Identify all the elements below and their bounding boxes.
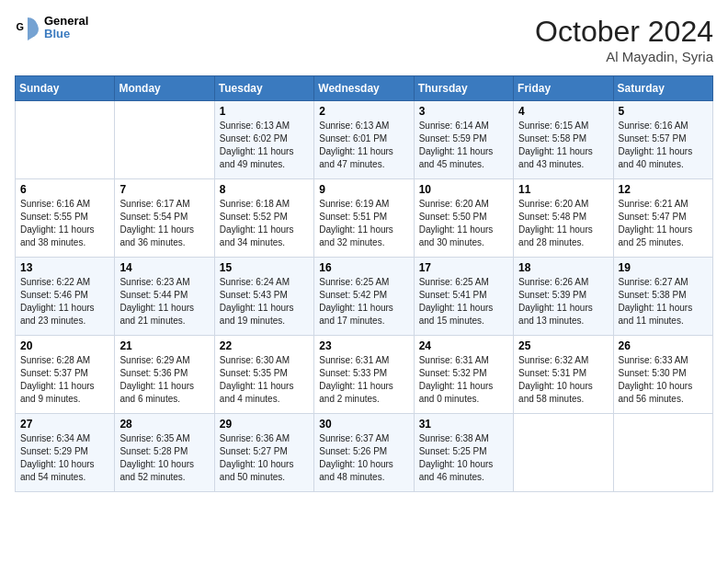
day-info: Sunrise: 6:32 AM Sunset: 5:31 PM Dayligh… (518, 354, 608, 406)
day-number: 16 (319, 261, 408, 274)
col-header-sunday: Sunday (16, 76, 115, 101)
calendar-cell: 22Sunrise: 6:30 AM Sunset: 5:35 PM Dayli… (214, 336, 313, 414)
day-number: 5 (619, 105, 708, 118)
day-number: 30 (319, 418, 408, 431)
calendar-cell: 15Sunrise: 6:24 AM Sunset: 5:43 PM Dayli… (214, 258, 313, 336)
day-info: Sunrise: 6:25 AM Sunset: 5:42 PM Dayligh… (319, 276, 408, 327)
day-info: Sunrise: 6:37 AM Sunset: 5:26 PM Dayligh… (319, 432, 408, 484)
day-number: 10 (419, 183, 508, 196)
day-info: Sunrise: 6:25 AM Sunset: 5:41 PM Dayligh… (419, 276, 508, 327)
calendar-cell: 8Sunrise: 6:18 AM Sunset: 5:52 PM Daylig… (214, 179, 313, 258)
calendar-cell: 28Sunrise: 6:35 AM Sunset: 5:28 PM Dayli… (115, 414, 214, 492)
col-header-monday: Monday (115, 76, 214, 101)
calendar-cell: 24Sunrise: 6:31 AM Sunset: 5:32 PM Dayli… (414, 336, 513, 414)
calendar-week-row: 6Sunrise: 6:16 AM Sunset: 5:55 PM Daylig… (16, 179, 713, 258)
calendar-week-row: 1Sunrise: 6:13 AM Sunset: 6:02 PM Daylig… (16, 101, 713, 179)
calendar-cell: 26Sunrise: 6:33 AM Sunset: 5:30 PM Dayli… (613, 336, 712, 414)
day-number: 19 (619, 261, 708, 274)
day-info: Sunrise: 6:13 AM Sunset: 6:02 PM Dayligh… (220, 120, 309, 171)
day-info: Sunrise: 6:24 AM Sunset: 5:43 PM Dayligh… (220, 276, 309, 327)
calendar-cell: 12Sunrise: 6:21 AM Sunset: 5:47 PM Dayli… (613, 179, 712, 258)
calendar-cell: 27Sunrise: 6:34 AM Sunset: 5:29 PM Dayli… (16, 414, 115, 492)
day-info: Sunrise: 6:36 AM Sunset: 5:27 PM Dayligh… (220, 432, 309, 484)
day-number: 24 (419, 339, 508, 352)
month-title: October 2024 (535, 15, 713, 49)
day-number: 11 (518, 183, 608, 196)
day-info: Sunrise: 6:33 AM Sunset: 5:30 PM Dayligh… (619, 354, 708, 406)
day-number: 20 (20, 339, 109, 352)
day-info: Sunrise: 6:20 AM Sunset: 5:50 PM Dayligh… (419, 198, 508, 249)
day-number: 25 (518, 339, 608, 352)
col-header-thursday: Thursday (414, 76, 513, 101)
calendar-cell: 17Sunrise: 6:25 AM Sunset: 5:41 PM Dayli… (414, 258, 513, 336)
day-info: Sunrise: 6:21 AM Sunset: 5:47 PM Dayligh… (619, 198, 708, 249)
logo-text: General Blue (44, 15, 88, 41)
day-info: Sunrise: 6:29 AM Sunset: 5:36 PM Dayligh… (119, 354, 209, 406)
day-number: 21 (119, 339, 209, 352)
col-header-saturday: Saturday (613, 76, 712, 101)
day-number: 14 (119, 261, 209, 274)
day-number: 23 (319, 339, 408, 352)
calendar-cell: 10Sunrise: 6:20 AM Sunset: 5:50 PM Dayli… (414, 179, 513, 258)
calendar-header-row: SundayMondayTuesdayWednesdayThursdayFrid… (16, 76, 713, 101)
day-number: 17 (419, 261, 508, 274)
calendar-cell: 13Sunrise: 6:22 AM Sunset: 5:46 PM Dayli… (16, 258, 115, 336)
day-number: 22 (220, 339, 309, 352)
day-number: 29 (220, 418, 309, 431)
day-info: Sunrise: 6:30 AM Sunset: 5:35 PM Dayligh… (220, 354, 309, 406)
day-info: Sunrise: 6:38 AM Sunset: 5:25 PM Dayligh… (419, 432, 508, 484)
calendar-cell: 5Sunrise: 6:16 AM Sunset: 5:57 PM Daylig… (613, 101, 712, 179)
calendar-cell: 14Sunrise: 6:23 AM Sunset: 5:44 PM Dayli… (115, 258, 214, 336)
calendar-cell: 21Sunrise: 6:29 AM Sunset: 5:36 PM Dayli… (115, 336, 214, 414)
day-info: Sunrise: 6:31 AM Sunset: 5:32 PM Dayligh… (419, 354, 508, 406)
logo-icon: G (15, 15, 40, 40)
day-number: 9 (319, 183, 408, 196)
day-number: 31 (419, 418, 508, 431)
day-info: Sunrise: 6:19 AM Sunset: 5:51 PM Dayligh… (319, 198, 408, 249)
svg-text:G: G (17, 21, 24, 32)
day-info: Sunrise: 6:16 AM Sunset: 5:57 PM Dayligh… (619, 120, 708, 171)
day-info: Sunrise: 6:16 AM Sunset: 5:55 PM Dayligh… (20, 198, 109, 249)
calendar-cell (115, 101, 214, 179)
calendar-cell: 9Sunrise: 6:19 AM Sunset: 5:51 PM Daylig… (314, 179, 414, 258)
day-info: Sunrise: 6:26 AM Sunset: 5:39 PM Dayligh… (518, 276, 608, 327)
day-number: 15 (220, 261, 309, 274)
calendar-table: SundayMondayTuesdayWednesdayThursdayFrid… (15, 75, 713, 492)
calendar-cell: 31Sunrise: 6:38 AM Sunset: 5:25 PM Dayli… (414, 414, 513, 492)
day-number: 6 (20, 183, 109, 196)
day-number: 27 (20, 418, 109, 431)
calendar-cell: 19Sunrise: 6:27 AM Sunset: 5:38 PM Dayli… (613, 258, 712, 336)
col-header-wednesday: Wednesday (314, 76, 414, 101)
day-info: Sunrise: 6:13 AM Sunset: 6:01 PM Dayligh… (319, 120, 408, 171)
day-number: 26 (619, 339, 708, 352)
logo: G General Blue (15, 15, 88, 41)
day-number: 13 (20, 261, 109, 274)
day-number: 3 (419, 105, 508, 118)
calendar-cell: 11Sunrise: 6:20 AM Sunset: 5:48 PM Dayli… (514, 179, 613, 258)
calendar-cell: 25Sunrise: 6:32 AM Sunset: 5:31 PM Dayli… (514, 336, 613, 414)
calendar-cell: 16Sunrise: 6:25 AM Sunset: 5:42 PM Dayli… (314, 258, 414, 336)
page-header: G General Blue October 2024 Al Mayadin, … (15, 15, 713, 64)
calendar-cell: 7Sunrise: 6:17 AM Sunset: 5:54 PM Daylig… (115, 179, 214, 258)
title-block: October 2024 Al Mayadin, Syria (535, 15, 713, 64)
day-info: Sunrise: 6:20 AM Sunset: 5:48 PM Dayligh… (518, 198, 608, 249)
location: Al Mayadin, Syria (535, 49, 713, 64)
day-number: 7 (119, 183, 209, 196)
day-info: Sunrise: 6:35 AM Sunset: 5:28 PM Dayligh… (119, 432, 209, 484)
day-info: Sunrise: 6:22 AM Sunset: 5:46 PM Dayligh… (20, 276, 109, 327)
day-info: Sunrise: 6:28 AM Sunset: 5:37 PM Dayligh… (20, 354, 109, 406)
day-number: 2 (319, 105, 408, 118)
day-number: 4 (518, 105, 608, 118)
col-header-friday: Friday (514, 76, 613, 101)
day-info: Sunrise: 6:23 AM Sunset: 5:44 PM Dayligh… (119, 276, 209, 327)
day-info: Sunrise: 6:17 AM Sunset: 5:54 PM Dayligh… (119, 198, 209, 249)
col-header-tuesday: Tuesday (214, 76, 313, 101)
day-number: 18 (518, 261, 608, 274)
calendar-cell: 30Sunrise: 6:37 AM Sunset: 5:26 PM Dayli… (314, 414, 414, 492)
day-info: Sunrise: 6:27 AM Sunset: 5:38 PM Dayligh… (619, 276, 708, 327)
calendar-cell: 3Sunrise: 6:14 AM Sunset: 5:59 PM Daylig… (414, 101, 513, 179)
day-info: Sunrise: 6:34 AM Sunset: 5:29 PM Dayligh… (20, 432, 109, 484)
calendar-cell: 2Sunrise: 6:13 AM Sunset: 6:01 PM Daylig… (314, 101, 414, 179)
calendar-week-row: 20Sunrise: 6:28 AM Sunset: 5:37 PM Dayli… (16, 336, 713, 414)
day-number: 28 (119, 418, 209, 431)
